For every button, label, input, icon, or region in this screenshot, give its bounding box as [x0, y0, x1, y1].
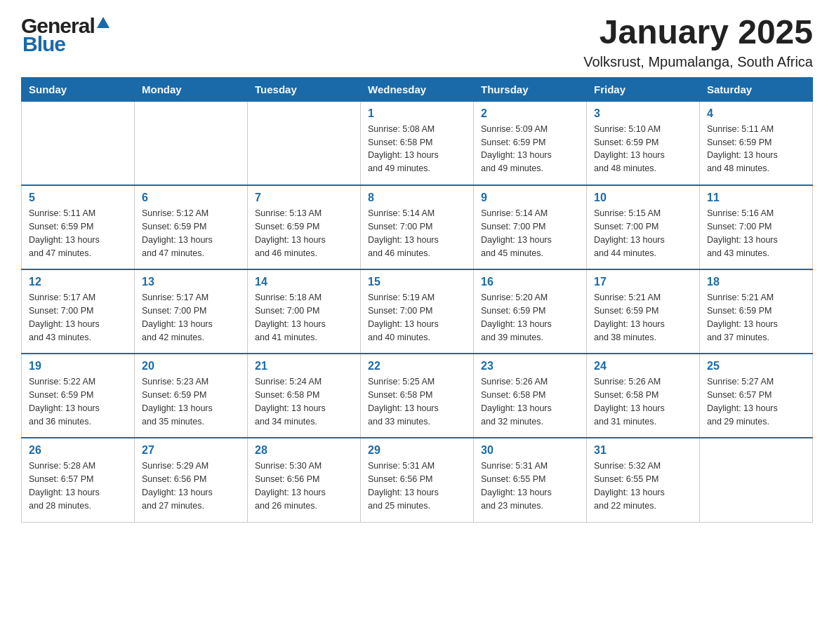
day-info: Sunrise: 5:17 AM Sunset: 7:00 PM Dayligh… [142, 291, 240, 344]
calendar-day-cell: 10Sunrise: 5:15 AM Sunset: 7:00 PM Dayli… [587, 185, 700, 269]
day-number: 16 [481, 276, 579, 288]
day-info: Sunrise: 5:21 AM Sunset: 6:59 PM Dayligh… [707, 291, 805, 344]
day-number: 23 [481, 360, 579, 373]
day-info: Sunrise: 5:16 AM Sunset: 7:00 PM Dayligh… [707, 207, 805, 260]
calendar-day-cell: 1Sunrise: 5:08 AM Sunset: 6:58 PM Daylig… [361, 101, 474, 185]
day-number: 6 [142, 192, 240, 204]
day-number: 5 [29, 192, 127, 204]
calendar-day-cell: 24Sunrise: 5:26 AM Sunset: 6:58 PM Dayli… [587, 354, 700, 438]
day-number: 9 [481, 192, 579, 204]
day-info: Sunrise: 5:14 AM Sunset: 7:00 PM Dayligh… [368, 207, 466, 260]
day-info: Sunrise: 5:14 AM Sunset: 7:00 PM Dayligh… [481, 207, 579, 260]
day-info: Sunrise: 5:15 AM Sunset: 7:00 PM Dayligh… [594, 207, 692, 260]
logo-blue-text: Blue [22, 32, 65, 56]
day-info: Sunrise: 5:20 AM Sunset: 6:59 PM Dayligh… [481, 291, 579, 344]
day-info: Sunrise: 5:12 AM Sunset: 6:59 PM Dayligh… [142, 207, 240, 260]
day-number: 11 [707, 192, 805, 204]
calendar-day-cell: 13Sunrise: 5:17 AM Sunset: 7:00 PM Dayli… [135, 269, 248, 354]
day-number: 7 [255, 192, 353, 204]
calendar-day-cell: 2Sunrise: 5:09 AM Sunset: 6:59 PM Daylig… [474, 101, 587, 185]
day-number: 25 [707, 360, 805, 373]
calendar-day-cell: 30Sunrise: 5:31 AM Sunset: 6:55 PM Dayli… [474, 438, 587, 522]
day-info: Sunrise: 5:30 AM Sunset: 6:56 PM Dayligh… [255, 459, 353, 512]
day-info: Sunrise: 5:11 AM Sunset: 6:59 PM Dayligh… [29, 207, 127, 260]
calendar-day-cell: 9Sunrise: 5:14 AM Sunset: 7:00 PM Daylig… [474, 185, 587, 269]
calendar-day-cell: 20Sunrise: 5:23 AM Sunset: 6:59 PM Dayli… [135, 354, 248, 438]
day-info: Sunrise: 5:26 AM Sunset: 6:58 PM Dayligh… [594, 375, 692, 428]
day-number: 10 [594, 192, 692, 204]
calendar-day-cell: 16Sunrise: 5:20 AM Sunset: 6:59 PM Dayli… [474, 269, 587, 354]
calendar-day-cell [248, 101, 361, 185]
day-info: Sunrise: 5:10 AM Sunset: 6:59 PM Dayligh… [594, 123, 692, 175]
weekday-header-thursday: Thursday [474, 77, 587, 101]
logo-triangle-icon [97, 17, 110, 28]
day-info: Sunrise: 5:13 AM Sunset: 6:59 PM Dayligh… [255, 207, 353, 260]
calendar-day-cell: 12Sunrise: 5:17 AM Sunset: 7:00 PM Dayli… [22, 269, 135, 354]
calendar-day-cell: 8Sunrise: 5:14 AM Sunset: 7:00 PM Daylig… [361, 185, 474, 269]
day-number: 8 [368, 192, 466, 204]
calendar-day-cell: 3Sunrise: 5:10 AM Sunset: 6:59 PM Daylig… [587, 101, 700, 185]
day-info: Sunrise: 5:21 AM Sunset: 6:59 PM Dayligh… [594, 291, 692, 344]
calendar-day-cell: 17Sunrise: 5:21 AM Sunset: 6:59 PM Dayli… [587, 269, 700, 354]
day-info: Sunrise: 5:23 AM Sunset: 6:59 PM Dayligh… [142, 375, 240, 428]
logo: General Blue [21, 14, 110, 56]
weekday-header-tuesday: Tuesday [248, 77, 361, 101]
day-number: 14 [255, 276, 353, 288]
calendar-day-cell: 14Sunrise: 5:18 AM Sunset: 7:00 PM Dayli… [248, 269, 361, 354]
calendar-day-cell: 25Sunrise: 5:27 AM Sunset: 6:57 PM Dayli… [700, 354, 813, 438]
day-info: Sunrise: 5:18 AM Sunset: 7:00 PM Dayligh… [255, 291, 353, 344]
day-info: Sunrise: 5:24 AM Sunset: 6:58 PM Dayligh… [255, 375, 353, 428]
calendar-day-cell: 21Sunrise: 5:24 AM Sunset: 6:58 PM Dayli… [248, 354, 361, 438]
day-info: Sunrise: 5:25 AM Sunset: 6:58 PM Dayligh… [368, 375, 466, 428]
day-number: 2 [481, 107, 579, 120]
calendar-day-cell: 15Sunrise: 5:19 AM Sunset: 7:00 PM Dayli… [361, 269, 474, 354]
day-number: 1 [368, 107, 466, 120]
day-number: 24 [594, 360, 692, 373]
day-number: 30 [481, 444, 579, 457]
day-info: Sunrise: 5:31 AM Sunset: 6:55 PM Dayligh… [481, 459, 579, 512]
day-number: 21 [255, 360, 353, 373]
calendar-week-row: 12Sunrise: 5:17 AM Sunset: 7:00 PM Dayli… [22, 269, 813, 354]
calendar-day-cell: 18Sunrise: 5:21 AM Sunset: 6:59 PM Dayli… [700, 269, 813, 354]
calendar-week-row: 1Sunrise: 5:08 AM Sunset: 6:58 PM Daylig… [22, 101, 813, 185]
day-number: 28 [255, 444, 353, 457]
calendar-day-cell: 4Sunrise: 5:11 AM Sunset: 6:59 PM Daylig… [700, 101, 813, 185]
day-info: Sunrise: 5:27 AM Sunset: 6:57 PM Dayligh… [707, 375, 805, 428]
calendar-day-cell: 28Sunrise: 5:30 AM Sunset: 6:56 PM Dayli… [248, 438, 361, 522]
calendar-day-cell: 29Sunrise: 5:31 AM Sunset: 6:56 PM Dayli… [361, 438, 474, 522]
calendar-day-cell: 31Sunrise: 5:32 AM Sunset: 6:55 PM Dayli… [587, 438, 700, 522]
weekday-header-saturday: Saturday [700, 77, 813, 101]
day-info: Sunrise: 5:17 AM Sunset: 7:00 PM Dayligh… [29, 291, 127, 344]
day-number: 29 [368, 444, 466, 457]
day-info: Sunrise: 5:29 AM Sunset: 6:56 PM Dayligh… [142, 459, 240, 512]
day-info: Sunrise: 5:08 AM Sunset: 6:58 PM Dayligh… [368, 123, 466, 175]
calendar-week-row: 26Sunrise: 5:28 AM Sunset: 6:57 PM Dayli… [22, 438, 813, 522]
calendar-day-cell: 6Sunrise: 5:12 AM Sunset: 6:59 PM Daylig… [135, 185, 248, 269]
weekday-header-sunday: Sunday [22, 77, 135, 101]
calendar-table: SundayMondayTuesdayWednesdayThursdayFrid… [21, 77, 813, 523]
calendar-day-cell [22, 101, 135, 185]
day-number: 4 [707, 107, 805, 120]
day-number: 20 [142, 360, 240, 373]
day-number: 31 [594, 444, 692, 457]
calendar-day-cell [135, 101, 248, 185]
weekday-header-monday: Monday [135, 77, 248, 101]
day-number: 15 [368, 276, 466, 288]
calendar-day-cell: 23Sunrise: 5:26 AM Sunset: 6:58 PM Dayli… [474, 354, 587, 438]
day-info: Sunrise: 5:28 AM Sunset: 6:57 PM Dayligh… [29, 459, 127, 512]
day-info: Sunrise: 5:32 AM Sunset: 6:55 PM Dayligh… [594, 459, 692, 512]
calendar-week-row: 19Sunrise: 5:22 AM Sunset: 6:59 PM Dayli… [22, 354, 813, 438]
day-number: 26 [29, 444, 127, 457]
day-number: 12 [29, 276, 127, 288]
calendar-day-cell: 26Sunrise: 5:28 AM Sunset: 6:57 PM Dayli… [22, 438, 135, 522]
day-info: Sunrise: 5:11 AM Sunset: 6:59 PM Dayligh… [707, 123, 805, 175]
calendar-day-cell: 19Sunrise: 5:22 AM Sunset: 6:59 PM Dayli… [22, 354, 135, 438]
day-number: 17 [594, 276, 692, 288]
day-number: 13 [142, 276, 240, 288]
calendar-subtitle: Volksrust, Mpumalanga, South Africa [583, 54, 813, 70]
weekday-header-friday: Friday [587, 77, 700, 101]
calendar-day-cell: 22Sunrise: 5:25 AM Sunset: 6:58 PM Dayli… [361, 354, 474, 438]
weekday-header-wednesday: Wednesday [361, 77, 474, 101]
day-number: 27 [142, 444, 240, 457]
day-info: Sunrise: 5:26 AM Sunset: 6:58 PM Dayligh… [481, 375, 579, 428]
